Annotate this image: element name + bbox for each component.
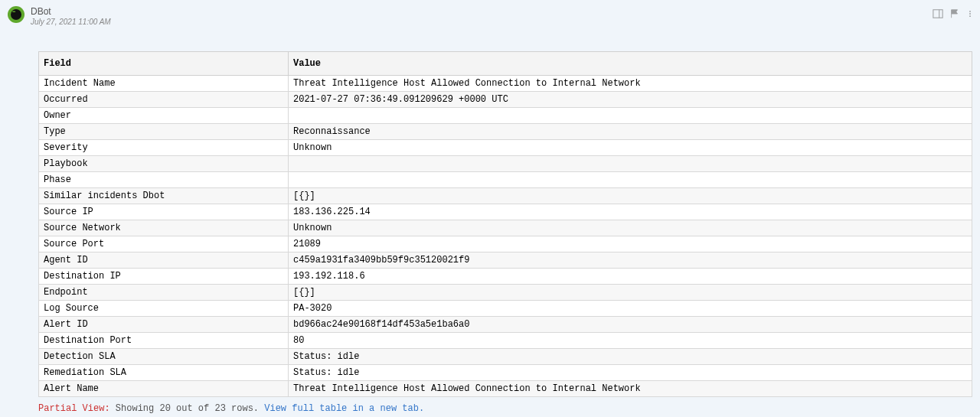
field-cell: Alert ID <box>39 317 289 333</box>
svg-point-2 <box>969 11 971 12</box>
field-cell: Type <box>39 124 289 140</box>
field-cell: Occurred <box>39 92 289 108</box>
value-cell: 193.192.118.6 <box>289 269 972 285</box>
table-row: Occurred2021-07-27 07:36:49.091209629 +0… <box>39 92 972 108</box>
panel-icon[interactable] <box>933 8 943 19</box>
view-full-link[interactable]: View full table in a new tab. <box>264 403 424 414</box>
table-row: Alert IDbd966ac24e90168f14df453a5e1ba6a0 <box>39 317 972 333</box>
value-cell <box>289 172 972 188</box>
table-row: Detection SLAStatus: idle <box>39 349 972 365</box>
table-row: Remediation SLAStatus: idle <box>39 365 972 381</box>
field-cell: Detection SLA <box>39 349 289 365</box>
table-row: Incident NameThreat Intelligence Host Al… <box>39 76 972 92</box>
table-row: Alert NameThreat Intelligence Host Allow… <box>39 381 972 397</box>
table-row: Log SourcePA-3020 <box>39 301 972 317</box>
table-row: TypeReconnaissance <box>39 124 972 140</box>
svg-rect-0 <box>933 10 942 18</box>
field-cell: Endpoint <box>39 285 289 301</box>
table-row: Source Port21089 <box>39 236 972 252</box>
avatar <box>8 6 24 23</box>
author-name: DBot <box>31 6 111 17</box>
field-cell: Source IP <box>39 204 289 220</box>
value-cell: PA-3020 <box>289 301 972 317</box>
value-cell <box>289 156 972 172</box>
value-cell: Threat Intelligence Host Allowed Connect… <box>289 381 972 397</box>
field-cell: Similar incidents Dbot <box>39 188 289 204</box>
value-cell: Status: idle <box>289 365 972 381</box>
table-header-value: Value <box>289 52 972 76</box>
field-cell: Source Port <box>39 236 289 252</box>
value-cell: Unknown <box>289 220 972 236</box>
table-footer: Partial View: Showing 20 out of 23 rows.… <box>38 403 972 414</box>
table-row: Destination IP193.192.118.6 <box>39 269 972 285</box>
message-timestamp: July 27, 2021 11:00 AM <box>31 18 111 26</box>
field-cell: Owner <box>39 108 289 124</box>
field-cell: Remediation SLA <box>39 365 289 381</box>
header-actions <box>933 8 974 19</box>
table-row: Phase <box>39 172 972 188</box>
table-header-field: Field <box>39 52 289 76</box>
field-cell: Severity <box>39 140 289 156</box>
field-cell: Alert Name <box>39 381 289 397</box>
showing-count-text: Showing 20 out of 23 rows. <box>110 403 265 414</box>
value-cell: Threat Intelligence Host Allowed Connect… <box>289 76 972 92</box>
table-row: SeverityUnknown <box>39 140 972 156</box>
field-cell: Destination Port <box>39 333 289 349</box>
value-cell: bd966ac24e90168f14df453a5e1ba6a0 <box>289 317 972 333</box>
table-row: Playbook <box>39 156 972 172</box>
table-row: Source NetworkUnknown <box>39 220 972 236</box>
svg-point-3 <box>969 13 971 15</box>
field-cell: Destination IP <box>39 269 289 285</box>
value-cell: 2021-07-27 07:36:49.091209629 +0000 UTC <box>289 92 972 108</box>
table-row: Agent IDc459a1931fa3409bb59f9c35120021f9 <box>39 252 972 269</box>
message-header: DBot July 27, 2021 11:00 AM <box>31 0 980 32</box>
value-cell: 183.136.225.14 <box>289 204 972 220</box>
svg-point-4 <box>969 15 971 17</box>
value-cell: Unknown <box>289 140 972 156</box>
table-row: Similar incidents Dbot[{}] <box>39 188 972 204</box>
field-cell: Playbook <box>39 156 289 172</box>
table-row: Endpoint[{}] <box>39 285 972 301</box>
table-row: Destination Port80 <box>39 333 972 349</box>
field-cell: Incident Name <box>39 76 289 92</box>
table-row: Owner <box>39 108 972 124</box>
field-cell: Log Source <box>39 301 289 317</box>
value-cell: 21089 <box>289 236 972 252</box>
field-cell: Agent ID <box>39 252 289 269</box>
value-cell: Reconnaissance <box>289 124 972 140</box>
value-cell: [{}] <box>289 285 972 301</box>
more-icon[interactable] <box>966 8 974 19</box>
partial-view-label: Partial View: <box>38 403 110 414</box>
table-row: Source IP183.136.225.14 <box>39 204 972 220</box>
value-cell <box>289 108 972 124</box>
value-cell: 80 <box>289 333 972 349</box>
field-cell: Phase <box>39 172 289 188</box>
value-cell: Status: idle <box>289 349 972 365</box>
incident-table: Field Value Incident NameThreat Intellig… <box>38 51 972 397</box>
value-cell: [{}] <box>289 188 972 204</box>
value-cell: c459a1931fa3409bb59f9c35120021f9 <box>289 252 972 269</box>
flag-icon[interactable] <box>949 8 960 19</box>
field-cell: Source Network <box>39 220 289 236</box>
